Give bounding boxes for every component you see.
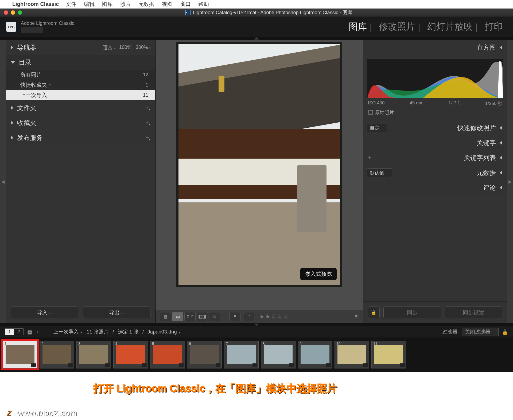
filename-crumb[interactable]: Japan03.dng▼ xyxy=(147,329,181,335)
rating-stars[interactable]: ★★☆☆☆ xyxy=(259,313,289,320)
nav-back-button[interactable]: ← xyxy=(36,329,41,335)
embedded-preview-badge: 嵌入式预览 xyxy=(300,268,337,280)
close-window-button[interactable] xyxy=(4,10,8,15)
quickdev-header[interactable]: 自定 快速修改照片 xyxy=(363,120,507,135)
menu-window[interactable]: 窗口 xyxy=(180,1,191,8)
export-button[interactable]: 导出... xyxy=(83,307,151,318)
sync-settings-button[interactable]: 同步设置 xyxy=(445,307,503,318)
keywordlist-title: 关键字列表 xyxy=(464,154,496,162)
menu-photo[interactable]: 照片 xyxy=(120,1,131,8)
survey-view-button[interactable]: ◧◨ xyxy=(197,312,208,321)
filmstrip-thumb[interactable]: 5 xyxy=(150,341,185,368)
minimize-window-button[interactable] xyxy=(11,10,15,15)
filter-select[interactable]: 关闭过滤器 xyxy=(462,328,499,336)
keywords-title: 关键字 xyxy=(477,139,496,147)
catalog-item-all[interactable]: 所有照片 12 xyxy=(6,70,155,80)
zoom-window-button[interactable] xyxy=(18,10,22,15)
catalog-item-lastimport[interactable]: 上一次导入 11 xyxy=(6,90,155,100)
photo[interactable] xyxy=(178,44,340,285)
publish-add-button[interactable]: +. xyxy=(145,134,150,141)
top-panel-grabber[interactable] xyxy=(0,37,513,40)
jump-grid-icon[interactable]: ▦ xyxy=(27,329,32,335)
zoom-100[interactable]: 100% xyxy=(119,45,131,50)
collections-add-button[interactable]: +. xyxy=(145,119,150,126)
filmstrip-thumb[interactable]: 9 xyxy=(298,341,332,368)
monitor-2[interactable]: 2 xyxy=(14,329,23,335)
zoom-300[interactable]: 300%▾ xyxy=(136,45,150,50)
sync-lock-button[interactable]: 🔒 xyxy=(368,307,380,318)
keywords-header[interactable]: 关键字 xyxy=(363,135,507,150)
publish-header[interactable]: 发布服务 +. xyxy=(6,130,155,145)
module-develop[interactable]: 修改照片 xyxy=(376,21,418,33)
folders-add-button[interactable]: +. xyxy=(145,104,150,111)
histogram-header[interactable]: 直方图 xyxy=(363,40,507,55)
compare-view-button[interactable]: X|Y xyxy=(184,312,196,321)
filmstrip-thumb[interactable]: 3 xyxy=(76,341,111,368)
grid-view-button[interactable]: ▦ xyxy=(160,312,171,321)
filmstrip-thumb[interactable]: 11 xyxy=(371,341,406,368)
source-crumb[interactable]: 上一次导入▼ xyxy=(53,328,83,335)
original-photo-checkbox[interactable]: 原始照片 xyxy=(367,108,503,119)
menu-help[interactable]: 帮助 xyxy=(198,1,209,8)
filter-lock-icon[interactable]: 🔒 xyxy=(502,329,508,335)
metadata-preset-select[interactable]: 默认值 xyxy=(367,168,392,177)
filmstrip-thumb[interactable]: 8 xyxy=(261,341,296,368)
filmstrip-thumb[interactable]: 2 xyxy=(40,341,74,368)
secondary-monitor-toggle[interactable]: 1 2 xyxy=(5,328,24,335)
module-library[interactable]: 图库 xyxy=(346,21,370,33)
disclosure-icon xyxy=(500,186,502,190)
catalog-header[interactable]: 目录 xyxy=(6,55,155,70)
menu-file[interactable]: 文件 xyxy=(66,1,76,8)
disclosure-icon xyxy=(500,45,502,50)
zoom-fit[interactable]: 适合▾ xyxy=(103,44,115,51)
disclosure-icon xyxy=(11,121,13,125)
flag-pick-button[interactable]: ⚑ xyxy=(229,312,240,321)
menu-library[interactable]: 图库 xyxy=(102,1,113,8)
filmstrip-thumb[interactable]: 4 xyxy=(113,341,148,368)
histogram-title: 直方图 xyxy=(477,43,496,52)
people-view-button[interactable]: ☺ xyxy=(209,312,220,321)
metadata-title: 元数据 xyxy=(477,168,496,177)
left-panel-grabber[interactable]: ◀ xyxy=(0,40,6,323)
filmstrip-grabber[interactable] xyxy=(0,323,513,326)
catalog-item-quick[interactable]: 快捷收藏夹 + 1 xyxy=(6,80,155,90)
filmstrip-infobar: 1 2 ▦ ← → 上一次导入▼ 11 张照片 / 选定 1 张 / Japan… xyxy=(0,326,513,337)
module-print[interactable]: 打印 xyxy=(482,21,506,33)
quickdev-preset-select[interactable]: 自定 xyxy=(367,124,387,132)
module-slideshow[interactable]: 幻灯片放映 xyxy=(425,21,475,33)
metadata-header[interactable]: 默认值 元数据 xyxy=(363,165,507,180)
comments-header[interactable]: 评论 xyxy=(363,180,507,195)
disclosure-icon xyxy=(500,126,502,130)
checkbox-icon xyxy=(368,110,373,115)
catalog-item-label: 上一次导入 xyxy=(20,92,47,99)
import-button[interactable]: 导入... xyxy=(11,307,78,318)
menu-metadata[interactable]: 元数据 xyxy=(138,1,154,8)
filmstrip-thumb[interactable]: 7 xyxy=(224,341,259,368)
collections-header[interactable]: 收藏夹 +. xyxy=(6,115,155,130)
toolbar-menu-button[interactable]: ▼ xyxy=(354,314,359,319)
svg-marker-1 xyxy=(254,324,259,326)
filmstrip-thumb[interactable]: 6 xyxy=(187,341,222,368)
sync-button[interactable]: 同步 xyxy=(383,307,441,318)
keywordlist-header[interactable]: + 关键字列表 xyxy=(363,150,507,165)
folders-header[interactable]: 文件夹 +. xyxy=(6,100,155,115)
loupe-view[interactable]: 嵌入式预览 ▦ ▭ X|Y ◧◨ ☺ ⚑ ⚐ ★★☆☆☆ ▼ xyxy=(156,40,363,323)
histogram[interactable] xyxy=(367,58,503,98)
app-name[interactable]: Lightroom Classic xyxy=(12,1,59,7)
menu-edit[interactable]: 编辑 xyxy=(84,1,95,8)
filmstrip-thumb[interactable]: 10 xyxy=(335,341,369,368)
nav-fwd-button[interactable]: → xyxy=(45,329,50,335)
filter-label: 过滤器: xyxy=(442,328,459,335)
current-filename: Japan03.dng xyxy=(147,329,177,335)
catalog-list: 所有照片 12 快捷收藏夹 + 1 上一次导入 11 xyxy=(6,70,155,100)
navigator-header[interactable]: 导航器 适合▾ 100% 300%▾ xyxy=(6,40,155,55)
right-panel-grabber[interactable]: ▶ xyxy=(507,40,513,323)
keywordlist-add-button[interactable]: + xyxy=(368,154,372,162)
filmstrip[interactable]: 1 2 3 4 5 6 7 8 9 10 11 xyxy=(0,337,513,372)
loupe-view-button[interactable]: ▭ xyxy=(172,312,183,321)
menu-view[interactable]: 视图 xyxy=(162,1,173,8)
monitor-1[interactable]: 1 xyxy=(5,329,14,335)
flag-reject-button[interactable]: ⚐ xyxy=(243,312,254,321)
filmstrip-thumb[interactable]: 1 xyxy=(3,341,37,368)
identity-plate[interactable]: Adobe Lightroom Classic xyxy=(21,21,74,33)
